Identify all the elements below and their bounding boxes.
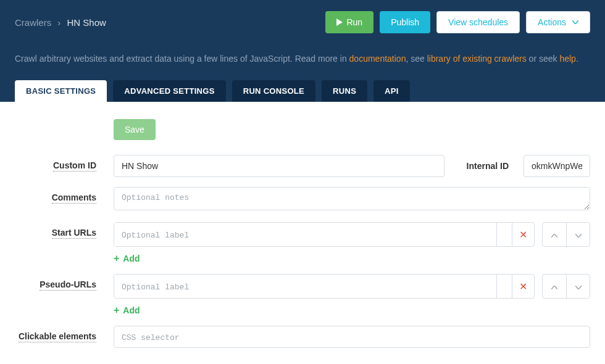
save-button-label: Save: [125, 125, 144, 134]
comments-input[interactable]: [114, 187, 590, 210]
chevron-down-icon: [570, 20, 578, 24]
tab-advanced-settings[interactable]: ADVANCED SETTINGS: [113, 80, 225, 102]
publish-button[interactable]: Publish: [380, 11, 430, 33]
tab-run-console[interactable]: RUN CONSOLE: [232, 80, 315, 102]
breadcrumb-root[interactable]: Crawlers: [15, 17, 51, 28]
comments-label: Comments: [15, 187, 114, 202]
start-url-move-up-button[interactable]: [543, 223, 566, 246]
documentation-link[interactable]: documentation: [349, 54, 406, 64]
page-description: Crawl arbitrary websites and extract dat…: [15, 52, 590, 80]
add-start-url-button[interactable]: + Add: [114, 253, 140, 264]
save-button[interactable]: Save: [114, 119, 156, 140]
start-url-label-input[interactable]: [114, 223, 497, 246]
pseudo-url-move-down-button[interactable]: [566, 275, 590, 298]
add-pseudo-url-button[interactable]: + Add: [114, 305, 140, 316]
publish-button-label: Publish: [391, 17, 419, 27]
add-start-url-label: Add: [123, 254, 140, 263]
library-link[interactable]: library of existing crawlers: [427, 54, 527, 64]
chevron-down-icon: [575, 281, 582, 291]
run-button-label: Run: [346, 17, 362, 27]
run-button[interactable]: Run: [325, 11, 373, 33]
plus-icon: +: [114, 253, 119, 264]
pseudo-url-move-up-button[interactable]: [543, 275, 566, 298]
start-urls-label: Start URLs: [15, 222, 114, 238]
pseudo-url-label-input[interactable]: [114, 275, 497, 298]
chevron-down-icon: [575, 230, 582, 239]
close-icon: ✕: [519, 281, 527, 292]
view-schedules-label: View schedules: [448, 17, 508, 27]
breadcrumb-separator: ›: [57, 17, 60, 28]
play-icon: [336, 19, 343, 26]
tab-basic-settings[interactable]: BASIC SETTINGS: [15, 80, 107, 102]
internal-id-input[interactable]: [524, 155, 590, 177]
actions-label: Actions: [538, 17, 566, 27]
clickable-elements-label: Clickable elements: [15, 326, 114, 341]
custom-id-label: Custom ID: [15, 155, 114, 170]
pseudo-url-value-input[interactable]: [497, 275, 512, 298]
view-schedules-button[interactable]: View schedules: [436, 11, 520, 33]
breadcrumb-current: HN Show: [67, 17, 106, 28]
internal-id-label: Internal ID: [467, 161, 509, 171]
tab-api[interactable]: API: [373, 80, 410, 102]
custom-id-input[interactable]: [114, 155, 444, 177]
add-pseudo-url-label: Add: [123, 305, 140, 315]
tab-runs[interactable]: RUNS: [322, 80, 367, 102]
pseudo-urls-label: Pseudo-URLs: [15, 274, 114, 289]
start-url-move-down-button[interactable]: [566, 223, 590, 246]
start-url-delete-button[interactable]: ✕: [512, 223, 534, 246]
close-icon: ✕: [519, 229, 527, 241]
chevron-up-icon: [551, 230, 557, 239]
start-url-value-input[interactable]: [497, 223, 512, 246]
plus-icon: +: [114, 305, 119, 316]
help-link[interactable]: help: [559, 54, 575, 64]
actions-button[interactable]: Actions: [526, 11, 590, 33]
clickable-elements-input[interactable]: [114, 326, 590, 348]
pseudo-url-delete-button[interactable]: ✕: [512, 275, 534, 298]
breadcrumb: Crawlers › HN Show: [15, 17, 106, 28]
chevron-up-icon: [551, 281, 557, 291]
